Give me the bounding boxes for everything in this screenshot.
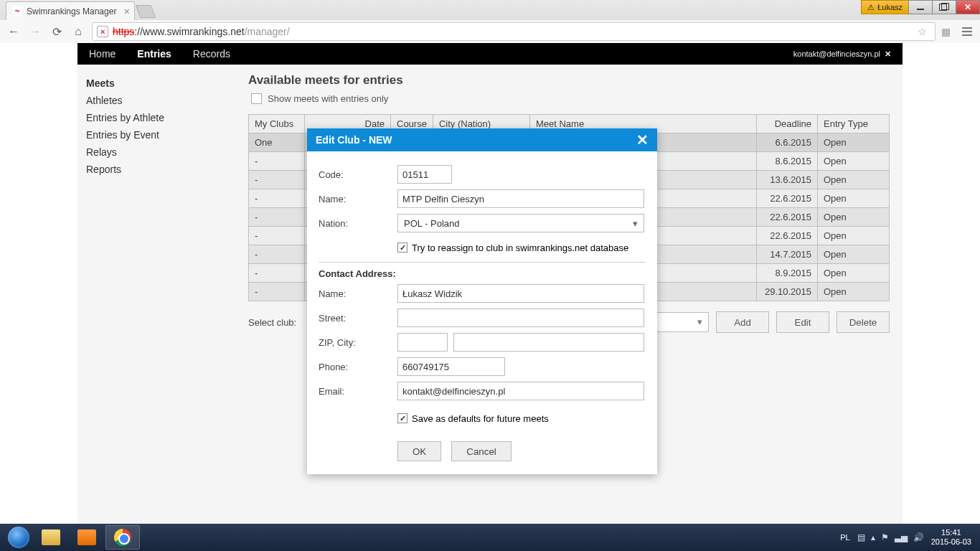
page-title: Available meets for entries: [248, 73, 890, 88]
tray-action-center-icon[interactable]: ▤: [857, 532, 865, 542]
windows-taskbar: PL ▤ ▴ ⚑ ▃▅ 🔊 15:41 2015-06-03: [0, 524, 980, 551]
user-badge-label: Łukasz: [877, 3, 903, 11]
chrome-menu-icon[interactable]: [960, 27, 974, 36]
mediaplayer-icon: [77, 529, 96, 545]
address-bar: ← → ⟳ ⌂ ✕ https ://www.swimrankings.net …: [0, 20, 980, 43]
chrome-user-badge[interactable]: Łukasz: [861, 0, 909, 14]
zip-input[interactable]: [397, 333, 448, 352]
sidebar-item-meets[interactable]: Meets: [83, 75, 235, 92]
favicon-icon: [12, 6, 22, 17]
code-input[interactable]: [397, 165, 452, 184]
select-club-label: Select club:: [248, 317, 296, 328]
city-input[interactable]: [453, 333, 644, 352]
tray-chevron-icon[interactable]: ▴: [871, 532, 875, 542]
phone-input[interactable]: [397, 357, 505, 376]
new-tab-button[interactable]: [136, 5, 156, 18]
cell-deadline: 14.7.2015: [757, 245, 818, 264]
tab-close-icon[interactable]: ×: [124, 6, 130, 17]
back-icon[interactable]: ←: [6, 24, 22, 39]
tray-network-icon[interactable]: ▃▅: [895, 532, 908, 542]
phone-label: Phone:: [319, 362, 397, 372]
nation-label: Nation:: [319, 218, 397, 229]
reload-icon[interactable]: ⟳: [49, 24, 65, 39]
explorer-icon: [42, 529, 60, 545]
nav-home[interactable]: Home: [89, 48, 116, 60]
contact-header: Contact Address:: [319, 262, 646, 279]
sidebar-item-athletes[interactable]: Athletes: [83, 92, 235, 109]
window-minimize-button[interactable]: [908, 0, 933, 14]
window-close-button[interactable]: [956, 0, 980, 14]
extension-icon[interactable]: ▦: [941, 26, 954, 37]
cell-entrytype: Open: [818, 171, 890, 189]
bookmark-star-icon[interactable]: ☆: [918, 26, 930, 37]
sidebar-item-reports[interactable]: Reports: [83, 161, 235, 178]
cell-deadline: 22.6.2015: [757, 208, 818, 227]
cell-deadline: 8.6.2015: [757, 152, 818, 171]
nation-select[interactable]: POL - Poland ▾: [397, 214, 644, 232]
reassign-checkbox[interactable]: [397, 242, 407, 253]
club-name-input[interactable]: [397, 189, 644, 208]
edit-button[interactable]: Edit: [776, 311, 829, 333]
sidebar: Meets Athletes Entries by Athlete Entrie…: [77, 65, 235, 524]
modal-close-icon[interactable]: ✕: [636, 131, 649, 149]
sidebar-item-entries-by-event[interactable]: Entries by Event: [83, 126, 235, 143]
sidebar-item-entries-by-athlete[interactable]: Entries by Athlete: [83, 109, 235, 126]
add-button[interactable]: Add: [716, 311, 769, 333]
cell-myclubs: -: [249, 227, 305, 245]
window-maximize-button[interactable]: [932, 0, 956, 14]
email-input[interactable]: [397, 382, 644, 400]
user-email: kontakt@delfincieszyn.pl ✕: [793, 50, 891, 59]
tab-title: Swimrankings Manager: [27, 6, 116, 17]
cell-deadline: 22.6.2015: [757, 227, 818, 245]
taskbar-explorer[interactable]: [34, 525, 68, 550]
contact-name-input[interactable]: [397, 284, 644, 303]
nav-records[interactable]: Records: [193, 48, 230, 60]
cell-myclubs: -: [249, 171, 305, 189]
modal-titlebar[interactable]: Edit Club - NEW ✕: [307, 128, 657, 151]
cancel-button[interactable]: Cancel: [451, 441, 512, 461]
nav-entries[interactable]: Entries: [137, 48, 171, 60]
cell-myclubs: -: [249, 264, 305, 283]
url-input[interactable]: ✕ https ://www.swimrankings.net /manager…: [92, 22, 936, 41]
street-label: Street:: [319, 313, 397, 324]
col-deadline[interactable]: Deadline: [757, 115, 818, 133]
cell-entrytype: Open: [818, 189, 890, 208]
cell-myclubs: -: [249, 152, 305, 171]
save-defaults-label: Save as defaults for future meets: [412, 413, 549, 424]
street-input[interactable]: [397, 309, 644, 327]
taskbar-chrome[interactable]: [105, 525, 140, 550]
nation-value: POL - Poland: [404, 218, 460, 229]
start-button[interactable]: [4, 524, 33, 551]
name-label: Name:: [319, 194, 397, 204]
reassign-label: Try to reassign to club in swimrankings.…: [412, 242, 628, 253]
dropdown-caret-icon: ▾: [633, 218, 638, 229]
forward-icon: →: [27, 24, 43, 39]
save-defaults-checkbox[interactable]: [397, 413, 407, 423]
clock-time: 15:41: [931, 528, 971, 537]
url-scheme: https: [113, 26, 134, 37]
ok-button[interactable]: OK: [397, 441, 441, 461]
sidebar-item-relays[interactable]: Relays: [83, 143, 235, 161]
contact-name-label: Name:: [319, 288, 397, 299]
language-indicator[interactable]: PL: [840, 533, 849, 542]
cell-deadline: 6.6.2015: [757, 133, 818, 152]
chrome-icon: [114, 529, 131, 546]
cell-myclubs: -: [249, 189, 305, 208]
url-path: /manager/: [245, 26, 290, 37]
cell-myclubs: One: [249, 133, 305, 152]
home-icon[interactable]: ⌂: [70, 24, 86, 39]
tray-flag-icon[interactable]: ⚑: [881, 532, 889, 542]
ssl-warning-icon[interactable]: ✕: [97, 26, 108, 37]
tab-bar: Swimrankings Manager × Łukasz: [0, 0, 980, 20]
col-entrytype[interactable]: Entry Type: [818, 115, 890, 133]
taskbar-clock[interactable]: 15:41 2015-06-03: [931, 528, 971, 547]
show-entries-only-checkbox[interactable]: [251, 93, 262, 104]
system-tray: PL ▤ ▴ ⚑ ▃▅ 🔊 15:41 2015-06-03: [840, 528, 976, 547]
taskbar-media-player[interactable]: [70, 525, 104, 550]
browser-tab[interactable]: Swimrankings Manager ×: [6, 1, 135, 20]
col-myclubs[interactable]: My Clubs: [249, 115, 305, 133]
logout-icon[interactable]: ✕: [885, 50, 891, 59]
tray-volume-icon[interactable]: 🔊: [913, 532, 924, 542]
delete-button[interactable]: Delete: [837, 311, 890, 333]
cell-entrytype: Open: [818, 208, 890, 227]
